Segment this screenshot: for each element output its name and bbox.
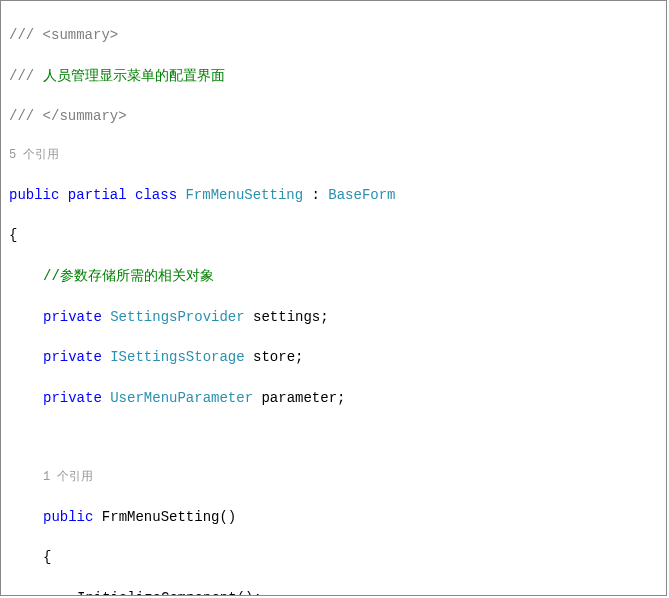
codelens-references[interactable]: 5 个引用 [9,147,666,164]
code-editor[interactable]: /// <summary> /// 人员管理显示菜单的配置界面 /// </su… [0,0,667,596]
code-line: { [9,547,666,567]
code-line: InitializeComponent(); [9,588,666,596]
code-line: public FrmMenuSetting() [9,507,666,527]
blank-line [9,428,666,448]
code-line: private ISettingsStorage store; [9,347,666,367]
codelens-references[interactable]: 1 个引用 [9,469,666,486]
code-line: /// <summary> [9,25,666,45]
code-line: /// </summary> [9,106,666,126]
code-line: public partial class FrmMenuSetting : Ba… [9,185,666,205]
code-line: /// 人员管理显示菜单的配置界面 [9,66,666,86]
code-line: private SettingsProvider settings; [9,307,666,327]
code-line: { [9,225,666,245]
code-line: private UserMenuParameter parameter; [9,388,666,408]
code-comment: //参数存储所需的相关对象 [9,266,666,286]
